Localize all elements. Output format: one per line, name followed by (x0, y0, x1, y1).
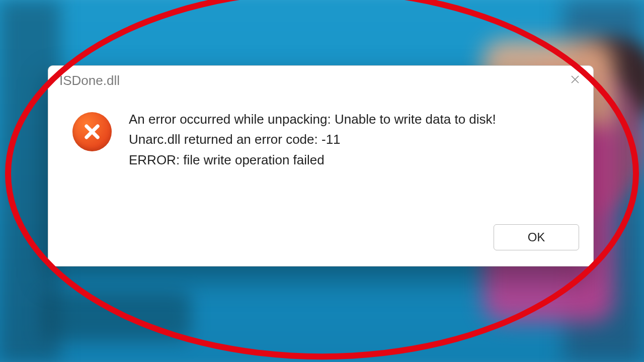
dialog-body: An error occurred while unpacking: Unabl… (48, 95, 593, 220)
error-dialog: ISDone.dll An error occurred while unpac… (48, 65, 594, 266)
ok-button[interactable]: OK (494, 224, 579, 250)
message-line-1: An error occurred while unpacking: Unabl… (129, 109, 496, 129)
error-icon (72, 112, 112, 151)
ok-button-label: OK (528, 230, 545, 244)
close-button[interactable] (564, 69, 586, 92)
dialog-message: An error occurred while unpacking: Unabl… (129, 109, 496, 220)
close-icon (569, 73, 581, 87)
backdrop-lower (40, 292, 191, 342)
message-line-3: ERROR: file write operation failed (129, 150, 496, 170)
dialog-footer: OK (48, 220, 593, 266)
message-line-2: Unarc.dll returned an error code: -11 (129, 129, 496, 149)
dialog-titlebar: ISDone.dll (48, 66, 593, 95)
dialog-title: ISDone.dll (59, 73, 120, 88)
